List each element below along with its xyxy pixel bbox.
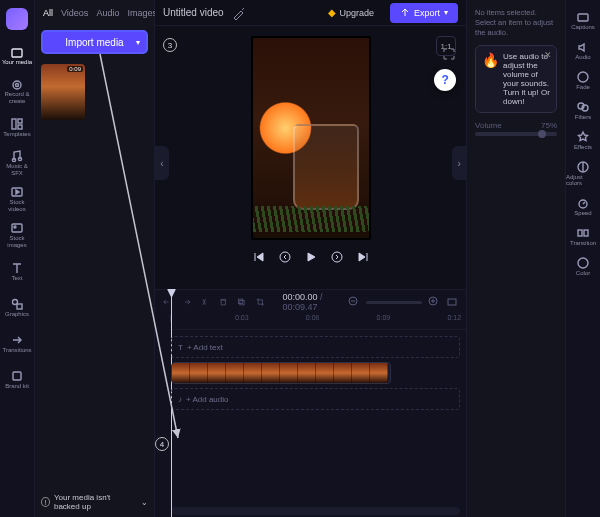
toolrail-music-sfx[interactable]: Music & SFX <box>0 146 34 180</box>
fit-icon[interactable] <box>446 296 458 308</box>
rtool-transition[interactable]: Transition <box>566 222 600 250</box>
rtool-speed[interactable]: Speed <box>566 192 600 220</box>
panel-collapse-right[interactable]: › <box>452 146 466 180</box>
toolrail-graphics[interactable]: Graphics <box>0 290 34 324</box>
fade-icon <box>576 70 590 84</box>
rtool-effects[interactable]: Effects <box>566 126 600 154</box>
transition-icon <box>576 226 590 240</box>
text-track-placeholder: + Add text <box>187 343 223 352</box>
timeline-scrollbar[interactable] <box>171 507 460 515</box>
player-controls <box>252 250 370 264</box>
ruler-tick: 0:03 <box>235 314 249 321</box>
upload-icon <box>400 8 410 18</box>
toolrail-your-media[interactable]: Your media <box>0 38 34 72</box>
svg-rect-0 <box>12 49 22 57</box>
step-badge-4: 4 <box>155 437 169 451</box>
zoom-out-icon[interactable] <box>348 296 360 308</box>
svg-rect-28 <box>584 230 588 236</box>
toolrail-text[interactable]: Text <box>0 254 34 288</box>
rtool-fade[interactable]: Fade <box>566 66 600 94</box>
close-icon[interactable]: ✕ <box>544 50 552 60</box>
rtool-color[interactable]: Color <box>566 252 600 280</box>
brand-icon <box>10 369 24 383</box>
video-track-clip[interactable] <box>171 362 391 384</box>
zoom-in-icon[interactable] <box>428 296 440 308</box>
timeline-ruler[interactable]: | 0:03 0:06 0:09 0:12 <box>171 314 466 330</box>
svg-rect-5 <box>18 125 22 129</box>
step-back-icon[interactable] <box>278 250 292 264</box>
media-tab-audio[interactable]: Audio <box>96 8 119 18</box>
import-media-label: Import media <box>65 37 123 48</box>
zoom-slider[interactable] <box>366 301 422 304</box>
rtool-captions[interactable]: Captions <box>566 6 600 34</box>
svg-point-14 <box>280 252 290 262</box>
toolrail-label: Stock videos <box>0 199 34 212</box>
duplicate-icon[interactable] <box>237 296 246 308</box>
split-icon[interactable] <box>200 296 209 308</box>
text-icon <box>10 261 24 275</box>
rtool-adjust-colors[interactable]: Adjust colors <box>566 156 600 190</box>
toolrail-label: Your media <box>2 59 32 66</box>
toolrail-templates[interactable]: Templates <box>0 110 34 144</box>
app-logo[interactable] <box>6 8 28 30</box>
svg-point-10 <box>14 226 16 228</box>
backup-warning[interactable]: ! Your media isn't backed up ⌄ <box>41 493 148 511</box>
media-tab-images[interactable]: Images <box>127 8 157 18</box>
video-icon <box>10 185 24 199</box>
text-track[interactable]: T+ Add text <box>171 336 460 358</box>
toolrail-record-create[interactable]: Record & create <box>0 74 34 108</box>
svg-rect-3 <box>12 119 16 129</box>
crop-icon[interactable] <box>256 296 265 308</box>
adjust-icon <box>576 160 590 174</box>
toolrail-transitions[interactable]: Transitions <box>0 326 34 360</box>
svg-point-1 <box>13 81 21 89</box>
toolrail-label: Brand kit <box>5 383 29 390</box>
toolrail-label: Transitions <box>2 347 31 354</box>
media-tab-all[interactable]: All <box>43 8 53 18</box>
fullscreen-icon[interactable] <box>442 47 456 61</box>
volume-slider[interactable] <box>475 132 557 136</box>
captions-icon <box>576 10 590 24</box>
media-tab-videos[interactable]: Videos <box>61 8 88 18</box>
volume-label: Volume <box>475 121 502 130</box>
rtool-audio[interactable]: Audio <box>566 36 600 64</box>
toolrail-stock-videos[interactable]: Stock videos <box>0 182 34 216</box>
svg-rect-27 <box>578 230 582 236</box>
export-button[interactable]: Export ▾ <box>390 3 458 23</box>
info-icon: ! <box>41 497 50 507</box>
color-icon <box>576 256 590 270</box>
import-media-button[interactable]: Import media ▾ <box>41 30 148 54</box>
toolrail-brand-kit[interactable]: Brand kit <box>0 362 34 396</box>
volume-value: 75% <box>541 121 557 130</box>
tip-text: Use audio to adjust the volume of your s… <box>503 52 550 106</box>
preview-area: 3 1:1 ‹ › ? <box>155 26 466 289</box>
step-forward-icon[interactable] <box>330 250 344 264</box>
slider-knob[interactable] <box>538 130 546 138</box>
svg-rect-12 <box>17 304 22 309</box>
play-icon[interactable] <box>304 250 318 264</box>
delete-icon[interactable] <box>219 296 228 308</box>
step-badge-3: 3 <box>163 38 177 52</box>
project-title[interactable]: Untitled video <box>163 7 224 18</box>
speed-icon <box>576 196 590 210</box>
rtool-filters[interactable]: Filters <box>566 96 600 124</box>
skip-end-icon[interactable] <box>356 250 370 264</box>
folder-media-icon <box>10 45 24 59</box>
svg-rect-20 <box>448 299 456 305</box>
autocompose-icon[interactable] <box>232 6 246 20</box>
video-preview[interactable] <box>251 36 371 240</box>
svg-rect-9 <box>12 224 22 232</box>
help-button[interactable]: ? <box>434 69 456 91</box>
media-thumbnail[interactable]: 0:09 <box>41 64 85 120</box>
toolrail-label: Record & create <box>0 91 34 104</box>
redo-icon[interactable] <box>182 296 191 308</box>
chevron-down-icon: ▾ <box>444 8 448 17</box>
chevron-down-icon: ⌄ <box>141 498 148 507</box>
app-root: Your media Record & create Templates Mus… <box>0 0 600 517</box>
panel-collapse-left[interactable]: ‹ <box>155 146 169 180</box>
audio-track[interactable]: ♪+ Add audio <box>171 388 460 410</box>
tracks-container: T+ Add text ♪+ Add audio <box>155 330 466 505</box>
toolrail-stock-images[interactable]: Stock images <box>0 218 34 252</box>
upgrade-button[interactable]: ◆ Upgrade <box>318 3 385 23</box>
skip-start-icon[interactable] <box>252 250 266 264</box>
